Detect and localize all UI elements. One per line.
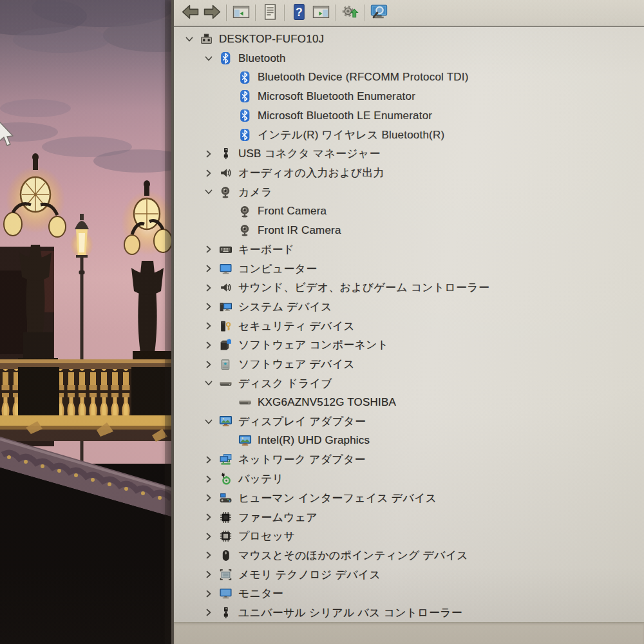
svg-text:?: ? (296, 6, 303, 19)
back-button[interactable] (179, 3, 201, 23)
tree-item[interactable]: ソフトウェア デバイス (174, 355, 644, 374)
usb-icon (218, 606, 232, 620)
show-action-pane-button[interactable] (310, 3, 332, 23)
tree-item-label: インテル(R) ワイヤレス Bluetooth(R) (258, 128, 444, 142)
tree-item[interactable]: キーボード (174, 240, 644, 260)
show-console-tree-button[interactable] (230, 3, 252, 23)
tree-item-label: マウスとそのほかのポインティング デバイス (238, 548, 468, 563)
network-icon (218, 453, 232, 466)
chevron-right-icon[interactable] (202, 321, 215, 331)
tree-item[interactable]: メモリ テクノロジ デバイス (174, 565, 644, 584)
tree-item[interactable]: モニター (174, 584, 644, 603)
display-icon (238, 434, 252, 448)
chevron-down-icon[interactable] (202, 53, 215, 63)
tree-item-label: オーディオの入力および出力 (238, 166, 384, 180)
tree-item[interactable]: インテル(R) ワイヤレス Bluetooth(R) (174, 125, 644, 144)
tree-item[interactable]: ネットワーク アダプター (174, 450, 644, 469)
chevron-down-icon[interactable] (183, 34, 196, 44)
camera-icon (238, 205, 252, 218)
monitor2-icon (218, 587, 232, 600)
chevron-right-icon[interactable] (202, 589, 215, 598)
chevron-right-icon[interactable] (202, 359, 215, 369)
tree-item[interactable]: サウンド、ビデオ、およびゲーム コントローラー (174, 278, 644, 298)
bluetooth-icon (238, 109, 252, 122)
disk-icon (238, 395, 252, 409)
chevron-right-icon[interactable] (202, 531, 215, 541)
tree-item[interactable]: Bluetooth Device (RFCOMM Protocol TDI) (174, 68, 644, 87)
chevron-right-icon[interactable] (202, 474, 215, 484)
desktop-wallpaper (0, 0, 175, 644)
tree-item[interactable]: ソフトウェア コンポーネント (174, 336, 644, 355)
chevron-right-icon[interactable] (202, 570, 215, 580)
tree-item[interactable]: Intel(R) UHD Graphics (174, 431, 644, 450)
chevron-spacer (222, 397, 234, 407)
chevron-right-icon[interactable] (202, 455, 215, 464)
keyboard-icon (218, 243, 232, 256)
tree-item-label: サウンド、ビデオ、およびゲーム コントローラー (238, 280, 489, 295)
tree-item[interactable]: ヒューマン インターフェイス デバイス (174, 489, 644, 508)
tree-item-label: KXG6AZNV512G TOSHIBA (258, 396, 396, 409)
tree-item[interactable]: Front Camera (174, 202, 644, 221)
memory-icon (218, 568, 232, 582)
chevron-right-icon[interactable] (202, 608, 215, 618)
tree-item[interactable]: マウスとそのほかのポインティング デバイス (174, 546, 644, 565)
disk-icon (218, 377, 232, 390)
tree-item[interactable]: コンピューター (174, 259, 644, 278)
tree-item[interactable]: Bluetooth (174, 49, 644, 68)
chevron-right-icon[interactable] (202, 493, 215, 503)
scan-hardware-changes-button[interactable] (368, 3, 390, 23)
bluetooth-icon (238, 71, 252, 84)
chevron-right-icon[interactable] (202, 264, 215, 274)
tree-item[interactable]: システム デバイス (174, 298, 644, 317)
chevron-right-icon[interactable] (202, 245, 215, 254)
battery-icon (218, 472, 232, 486)
tree-item-label: ソフトウェア コンポーネント (238, 337, 388, 352)
help-button[interactable]: ? (288, 3, 310, 23)
properties-button[interactable] (259, 3, 281, 23)
tree-item-label: Bluetooth (238, 52, 286, 65)
tree-item[interactable]: Front IR Camera (174, 221, 644, 240)
chevron-right-icon[interactable] (202, 283, 215, 292)
tree-item[interactable]: セキュリティ デバイス (174, 316, 644, 336)
update-driver-button[interactable] (339, 3, 361, 23)
action-pane-icon (312, 3, 330, 23)
chevron-right-icon[interactable] (202, 340, 215, 350)
tree-item[interactable]: USB コネクタ マネージャー (174, 144, 644, 164)
chevron-spacer (222, 73, 234, 82)
tree-item[interactable]: オーディオの入力および出力 (174, 164, 644, 183)
tree-item-label: Intel(R) UHD Graphics (258, 434, 370, 447)
chevron-right-icon[interactable] (202, 168, 215, 178)
tree-item[interactable]: ディスク ドライブ (174, 374, 644, 393)
tree-item[interactable]: ディスプレイ アダプター (174, 412, 644, 431)
security-icon (218, 319, 232, 333)
tree-item[interactable]: カメラ (174, 183, 644, 202)
camera-icon (238, 223, 252, 237)
software-device-icon (218, 357, 232, 371)
tree-item[interactable]: Microsoft Bluetooth LE Enumerator (174, 106, 644, 126)
tree-item-label: DESKTOP-FUFO10J (219, 33, 324, 46)
tree-item[interactable]: ユニバーサル シリアル バス コントローラー (174, 603, 644, 623)
chevron-down-icon[interactable] (202, 187, 215, 197)
tree-item[interactable]: プロセッサ (174, 527, 644, 546)
tree-item-label: ネットワーク アダプター (238, 452, 366, 467)
toolbar-separator (226, 5, 227, 21)
properties-icon (261, 3, 279, 23)
tree-item[interactable]: KXG6AZNV512G TOSHIBA (174, 393, 644, 412)
forward-button[interactable] (201, 3, 223, 23)
speaker-icon (218, 281, 232, 294)
tree-item[interactable]: バッテリ (174, 469, 644, 489)
tree-item[interactable]: DESKTOP-FUFO10J (174, 30, 644, 49)
toolbar-separator (255, 5, 256, 21)
chevron-right-icon[interactable] (202, 149, 215, 158)
tree-item[interactable]: ファームウェア (174, 507, 644, 527)
tree-item[interactable]: Microsoft Bluetooth Enumerator (174, 87, 644, 106)
chevron-right-icon[interactable] (202, 513, 215, 522)
scan-hardware-icon (370, 3, 388, 23)
chevron-right-icon[interactable] (202, 551, 215, 560)
chevron-right-icon[interactable] (202, 302, 215, 312)
computer-icon (199, 32, 213, 46)
device-manager-window: ? DESKTOP-FUFO10JBluetoothBluetooth Devi… (171, 0, 644, 644)
chevron-down-icon[interactable] (202, 379, 215, 388)
chevron-down-icon[interactable] (202, 417, 215, 426)
chevron-spacer (222, 91, 234, 101)
